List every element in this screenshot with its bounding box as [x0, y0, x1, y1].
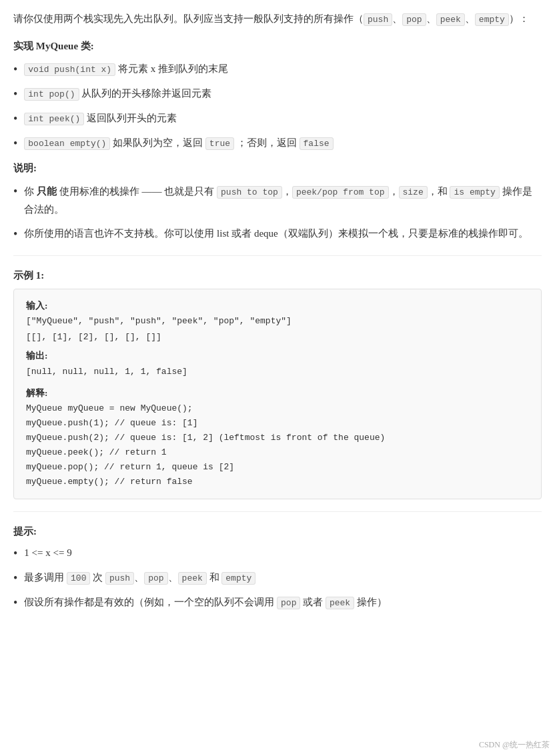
divider-1: [13, 255, 542, 256]
note-item-2: • 你所使用的语言也许不支持栈。你可以使用 list 或者 deque（双端队列…: [13, 225, 542, 243]
example1-explain-label: 解释:: [26, 388, 48, 398]
explain-line-3: myQueue.peek(); // return 1: [26, 445, 529, 460]
note-title: 说明:: [13, 162, 542, 175]
bullet-dot-pop: •: [13, 85, 17, 103]
method-empty-true: true: [205, 137, 234, 150]
bullet-dot-note2: •: [13, 225, 17, 243]
tip-item-1: • 1 <= x <= 9: [13, 545, 542, 563]
explain-line-0: MyQueue myQueue = new MyQueue();: [26, 401, 529, 416]
tip2-mid: 次: [90, 572, 105, 583]
method-empty: • boolean empty() 如果队列为空，返回 true ；否则，返回 …: [13, 135, 542, 153]
example1-output-block: 输出: [null, null, null, 1, 1, false]: [26, 349, 529, 379]
note1-sep3: ，和: [428, 186, 450, 197]
method-empty-desc-pre: 如果队列为空，返回: [113, 137, 205, 148]
method-pop-code: int pop(): [24, 88, 79, 101]
intro-code-pop: pop: [402, 13, 426, 26]
example1-box: 输入: ["MyQueue", "push", "push", "peek", …: [13, 289, 542, 500]
method-push: • void push(int x) 将元素 x 推到队列的末尾: [13, 61, 542, 79]
method-empty-desc-mid: ；否则，返回: [237, 137, 300, 148]
method-peek-content: int peek() 返回队列开头的元素: [24, 110, 177, 127]
tip3-code-peek: peek: [326, 597, 354, 609]
method-empty-code: boolean empty(): [24, 137, 110, 150]
method-peek-code: int peek(): [24, 113, 84, 125]
intro-paragraph: 请你仅使用两个栈实现先入先出队列。队列应当支持一般队列支持的所有操作（push、…: [13, 11, 542, 28]
intro-sep1: 、: [392, 13, 402, 24]
note1-code2: peek/pop from top: [292, 186, 389, 199]
method-push-desc: 将元素 x 推到队列的末尾: [118, 63, 228, 74]
note1-sep2: ，: [389, 186, 399, 197]
tip2-code-empty: empty: [221, 572, 255, 585]
tip2-mid2: 和: [207, 572, 222, 583]
methods-list: • void push(int x) 将元素 x 推到队列的末尾 • int p…: [13, 61, 542, 153]
example1-input-line2: [[], [1], [2], [], [], []]: [26, 332, 161, 342]
tip2-code-peek: peek: [178, 572, 207, 585]
tips-title: 提示:: [13, 525, 542, 538]
bullet-dot-empty: •: [13, 135, 17, 153]
tip2-sep1: 、: [134, 572, 144, 583]
example1-output-label: 输出:: [26, 351, 48, 361]
tip2-code-100: 100: [67, 572, 90, 585]
example1-section: 示例 1: 输入: ["MyQueue", "push", "push", "p…: [13, 269, 542, 500]
method-empty-content: boolean empty() 如果队列为空，返回 true ；否则，返回 fa…: [24, 135, 333, 152]
bullet-dot-peek: •: [13, 110, 17, 128]
tips-list: • 1 <= x <= 9 • 最多调用 100 次 push、pop、peek…: [13, 545, 542, 612]
note1-text-pre: 你: [24, 186, 37, 197]
tip2-sep2: 、: [168, 572, 178, 583]
intro-sep2: 、: [426, 13, 436, 24]
note-item-1: • 你 只能 使用标准的栈操作 —— 也就是只有 push to top，pee…: [13, 183, 542, 219]
divider-2: [13, 511, 542, 512]
note2-text: 你所使用的语言也许不支持栈。你可以使用 list 或者 deque（双端队列）来…: [24, 225, 528, 243]
note1-code4: is empty: [450, 186, 499, 199]
tips-section: 提示: • 1 <= x <= 9 • 最多调用 100 次 push、pop、…: [13, 525, 542, 612]
example1-input-line1: ["MyQueue", "push", "push", "peek", "pop…: [26, 316, 292, 326]
intro-sep3: 、: [465, 13, 475, 24]
explain-line-5: myQueue.empty(); // return false: [26, 475, 529, 489]
example1-title: 示例 1:: [13, 269, 542, 282]
tip3-code-pop: pop: [277, 597, 300, 609]
note1-content: 你 只能 使用标准的栈操作 —— 也就是只有 push to top，peek/…: [24, 183, 542, 219]
tip3-mid: 或者: [300, 597, 326, 607]
method-empty-false: false: [300, 137, 334, 150]
tip2-pre: 最多调用: [24, 572, 67, 583]
bullet-dot-tip1: •: [13, 545, 17, 563]
notes-list: • 你 只能 使用标准的栈操作 —— 也就是只有 push to top，pee…: [13, 183, 542, 243]
implement-title: 实现 MyQueue 类:: [13, 40, 542, 53]
bullet-dot-push: •: [13, 61, 17, 79]
method-pop-desc: 从队列的开头移除并返回元素: [81, 88, 211, 99]
intro-code-empty: empty: [475, 13, 509, 26]
bullet-dot-note1: •: [13, 183, 17, 201]
note1-code1: push to top: [217, 186, 282, 199]
intro-text2: ）：: [509, 13, 529, 24]
method-push-content: void push(int x) 将元素 x 推到队列的末尾: [24, 61, 228, 78]
example1-input-label: 输入:: [26, 301, 48, 311]
tip1-text: 1 <= x <= 9: [24, 545, 71, 562]
method-pop: • int pop() 从队列的开头移除并返回元素: [13, 85, 542, 103]
method-peek: • int peek() 返回队列开头的元素: [13, 110, 542, 128]
note1-bold: 只能: [37, 186, 57, 197]
tip-item-2: • 最多调用 100 次 push、pop、peek 和 empty: [13, 569, 542, 587]
example1-input-block: 输入: ["MyQueue", "push", "push", "peek", …: [26, 299, 529, 345]
example1-output-line1: [null, null, null, 1, 1, false]: [26, 367, 187, 377]
tip-item-3: • 假设所有操作都是有效的（例如，一个空的队列不会调用 pop 或者 peek …: [13, 594, 542, 612]
method-peek-desc: 返回队列开头的元素: [87, 113, 177, 123]
tip2-content: 最多调用 100 次 push、pop、peek 和 empty: [24, 569, 255, 587]
tip2-code-push: push: [105, 572, 134, 585]
intro-text1: 请你仅使用两个栈实现先入先出队列。队列应当支持一般队列支持的所有操作（: [13, 13, 364, 24]
tip3-content: 假设所有操作都是有效的（例如，一个空的队列不会调用 pop 或者 peek 操作…: [24, 594, 387, 611]
note1-code3: size: [399, 186, 428, 199]
intro-code-push: push: [364, 13, 392, 26]
explain-line-2: myQueue.push(2); // queue is: [1, 2] (le…: [26, 431, 529, 445]
method-push-code: void push(int x): [24, 63, 115, 76]
watermark: CSDN @统一热红茶: [479, 739, 550, 751]
bullet-dot-tip3: •: [13, 594, 17, 612]
note1-sep1: ，: [282, 186, 292, 197]
example1-explain-block: 解释: MyQueue myQueue = new MyQueue(); myQ…: [26, 386, 529, 490]
method-pop-content: int pop() 从队列的开头移除并返回元素: [24, 85, 211, 103]
note1-text-mid: 使用标准的栈操作 —— 也就是只有: [57, 186, 217, 197]
intro-code-peek: peek: [436, 13, 465, 26]
explain-line-1: myQueue.push(1); // queue is: [1]: [26, 416, 529, 431]
explain-line-4: myQueue.pop(); // return 1, queue is [2]: [26, 460, 529, 475]
tip2-code-pop: pop: [144, 572, 167, 585]
tip3-pre: 假设所有操作都是有效的（例如，一个空的队列不会调用: [24, 597, 277, 607]
tip3-end: 操作）: [354, 597, 387, 607]
